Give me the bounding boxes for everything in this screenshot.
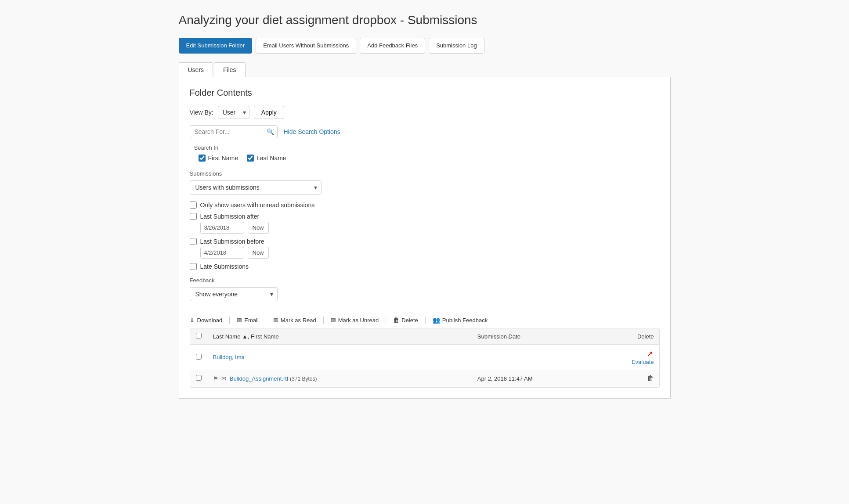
late-submissions-checkbox[interactable] (190, 263, 197, 270)
divider-5 (425, 317, 426, 324)
data-table: Last Name ▲, First Name Submission Date … (190, 328, 659, 387)
late-submissions-label: Late Submissions (200, 263, 249, 270)
filter-checkboxes: Only show users with unread submissions … (190, 202, 660, 270)
last-submission-before-date-row: Now (200, 247, 660, 259)
only-unread-checkbox[interactable] (190, 202, 197, 209)
publish-feedback-action[interactable]: 👥 Publish Feedback (433, 317, 488, 324)
content-panel: Folder Contents View By: User File Apply… (179, 77, 671, 399)
user-row-check-cell (190, 345, 208, 370)
submissions-select-wrapper: Users with submissions All users Users w… (190, 180, 322, 194)
email-icon: ✉ (237, 317, 242, 324)
file-size-label: (371 Bytes) (290, 376, 317, 382)
last-submission-before-label: Last Submission before (200, 238, 264, 245)
last-submission-after-input[interactable] (200, 222, 244, 234)
view-by-label: View By: (190, 109, 213, 116)
divider-4 (386, 317, 386, 324)
last-name-label: Last Name (257, 155, 286, 162)
file-row-date-cell: Apr 2, 2018 11:47 AM (472, 370, 624, 387)
user-row-date-cell (472, 345, 624, 370)
email-users-button[interactable]: Email Users Without Submissions (256, 38, 356, 54)
select-all-checkbox[interactable] (196, 333, 202, 338)
apply-button[interactable]: Apply (254, 106, 284, 119)
search-in-label: Search In (194, 144, 660, 151)
feedback-section: Feedback Show everyone Show feedback Hid… (190, 277, 660, 301)
email-action[interactable]: ✉ Email (237, 317, 259, 324)
submissions-select[interactable]: Users with submissions All users Users w… (190, 180, 322, 194)
table-header-row: Last Name ▲, First Name Submission Date … (190, 328, 659, 345)
search-row: 🔍 Hide Search Options (190, 125, 660, 138)
last-submission-after-date-row: Now (200, 222, 660, 234)
view-by-select-wrapper: User File (218, 106, 249, 119)
search-box: 🔍 (190, 125, 278, 138)
file-size-value: 371 Bytes (292, 376, 315, 382)
tab-files[interactable]: Files (214, 62, 246, 77)
file-delete-icon[interactable]: 🗑 (647, 374, 654, 382)
mark-read-label: Mark as Read (281, 317, 316, 324)
publish-label: Publish Feedback (442, 317, 488, 324)
mark-read-icon: ✉ (273, 317, 278, 324)
user-row-evaluate-cell: ↗ Evaluate (624, 345, 659, 370)
download-label: Download (197, 317, 223, 324)
delete-action[interactable]: 🗑 Delete (393, 317, 418, 324)
submissions-section: Submissions Users with submissions All u… (190, 170, 660, 194)
last-submission-before-checkbox[interactable] (190, 238, 197, 245)
table-header-delete: Delete (624, 328, 659, 345)
file-type-icon: ⚑ (213, 375, 218, 382)
last-submission-after-now-button[interactable]: Now (248, 222, 269, 234)
search-options: Search In First Name Last Name (194, 144, 660, 162)
download-action[interactable]: ⇓ Download (190, 317, 223, 324)
submissions-section-label: Submissions (190, 170, 660, 177)
view-by-select[interactable]: User File (218, 106, 249, 119)
only-unread-label: Only show users with unread submissions (200, 202, 315, 209)
last-submission-before-item: Last Submission before Now (190, 238, 660, 259)
file-row-check-cell (190, 370, 208, 387)
first-name-checkbox[interactable] (199, 155, 206, 162)
tab-users[interactable]: Users (179, 62, 213, 77)
divider-3 (323, 317, 324, 324)
last-name-checkbox[interactable] (247, 155, 254, 162)
table-row: Bulldog, Ima ↗ Evaluate (190, 345, 659, 370)
mark-read-action[interactable]: ✉ Mark as Read (273, 317, 316, 324)
user-row-checkbox[interactable] (196, 354, 202, 360)
feedback-section-label: Feedback (190, 277, 660, 284)
tabs: Users Files (179, 62, 671, 77)
edit-submission-folder-button[interactable]: Edit Submission Folder (179, 38, 253, 54)
file-row-delete-cell: 🗑 (624, 370, 659, 387)
email-file-icon: ✉ (221, 375, 226, 382)
feedback-select-wrapper: Show everyone Show feedback Hide feedbac… (190, 287, 278, 301)
folder-contents-title: Folder Contents (190, 88, 660, 98)
last-submission-before-input[interactable] (200, 247, 244, 259)
last-name-checkbox-label[interactable]: Last Name (247, 155, 286, 162)
delete-icon: 🗑 (393, 317, 399, 324)
file-name-link[interactable]: Bulldog_Assignment.rtf (230, 375, 289, 382)
mark-unread-icon: ✉ (331, 317, 336, 324)
file-row-checkbox[interactable] (196, 375, 202, 381)
submission-log-button[interactable]: Submission Log (429, 38, 484, 54)
page-title: Analyzing your diet assignment dropbox -… (179, 13, 671, 27)
delete-label: Delete (401, 317, 418, 324)
mark-unread-action[interactable]: ✉ Mark as Unread (331, 317, 379, 324)
col-name-label: Last Name ▲, First Name (213, 333, 279, 340)
last-submission-after-checkbox[interactable] (190, 213, 197, 220)
first-name-label: First Name (208, 155, 238, 162)
mark-unread-label: Mark as Unread (338, 317, 379, 324)
feedback-select[interactable]: Show everyone Show feedback Hide feedbac… (190, 287, 278, 301)
table-wrapper: Last Name ▲, First Name Submission Date … (190, 328, 660, 388)
email-label: Email (244, 317, 259, 324)
divider-2 (266, 317, 266, 324)
evaluate-link[interactable]: Evaluate (632, 359, 654, 365)
only-unread-checkbox-item: Only show users with unread submissions (190, 202, 660, 209)
table-header-name[interactable]: Last Name ▲, First Name (208, 328, 472, 345)
add-feedback-files-button[interactable]: Add Feedback Files (360, 38, 425, 54)
last-submission-before-now-button[interactable]: Now (248, 247, 269, 259)
table-header-submission-date: Submission Date (472, 328, 624, 345)
hide-search-options-link[interactable]: Hide Search Options (284, 128, 340, 135)
last-submission-after-item: Last Submission after Now (190, 213, 660, 234)
search-input[interactable] (190, 125, 278, 138)
col-delete-label: Delete (637, 333, 654, 340)
user-name-link[interactable]: Bulldog, Ima (213, 354, 245, 360)
late-submissions-item: Late Submissions (190, 263, 660, 270)
first-name-checkbox-label[interactable]: First Name (199, 155, 238, 162)
user-row-name-cell: Bulldog, Ima (208, 345, 472, 370)
publish-icon: 👥 (433, 317, 440, 324)
